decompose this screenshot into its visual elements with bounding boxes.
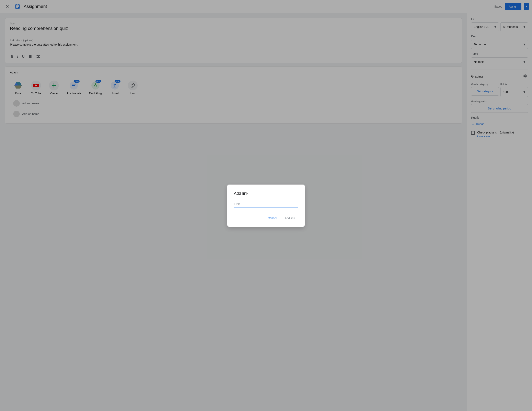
- cancel-button[interactable]: Cancel: [265, 215, 280, 222]
- dialog-title: Add link: [234, 191, 298, 196]
- add-link-button[interactable]: Add link: [281, 215, 298, 222]
- dialog-actions: Cancel Add link: [234, 215, 298, 222]
- link-input[interactable]: [234, 201, 298, 208]
- modal-overlay[interactable]: Add link Cancel Add link: [0, 0, 532, 411]
- add-link-dialog: Add link Cancel Add link: [227, 185, 305, 227]
